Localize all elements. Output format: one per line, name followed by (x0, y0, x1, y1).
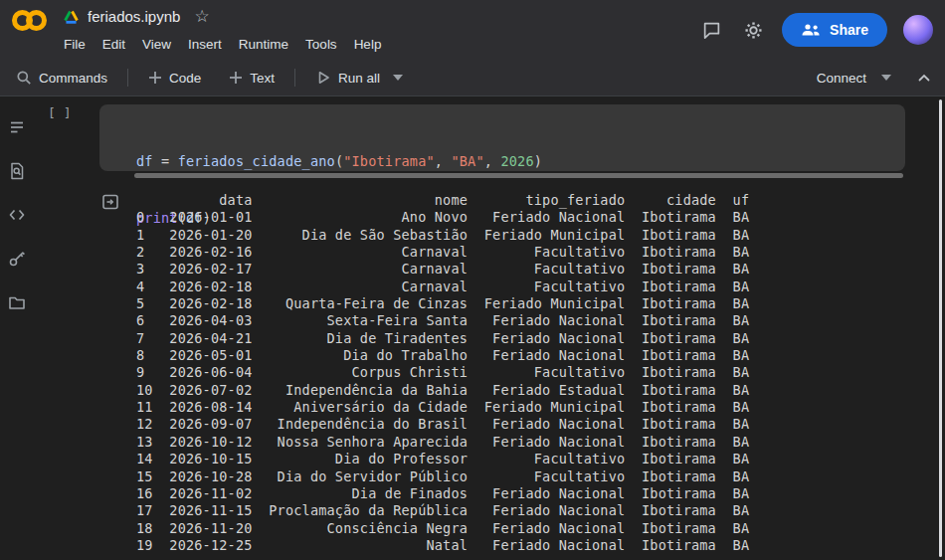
files-folder-icon[interactable] (3, 285, 31, 318)
notebook-filename[interactable]: feriados.ipynb (88, 8, 180, 25)
menu-view[interactable]: View (142, 37, 171, 52)
code-snippets-icon[interactable] (3, 198, 31, 231)
secrets-key-icon[interactable] (3, 242, 31, 275)
settings-gear-icon[interactable] (740, 17, 766, 43)
left-sidebar (0, 96, 34, 560)
app-header: feriados.ipynb ☆ File Edit View Insert R… (0, 0, 945, 60)
find-replace-icon[interactable] (3, 154, 31, 187)
menu-bar: File Edit View Insert Runtime Tools Help (64, 37, 381, 52)
horizontal-scrollbar[interactable] (134, 173, 903, 178)
play-icon (315, 70, 331, 86)
code-line: df = feriados_cidade_ano("Ibotirama", "B… (136, 152, 542, 171)
plus-icon (148, 71, 162, 85)
plus-icon (229, 71, 243, 85)
people-icon (801, 23, 821, 37)
share-label: Share (830, 22, 868, 38)
cell-run-button[interactable]: [ ] (48, 105, 71, 120)
colab-logo-right-ring (26, 10, 47, 31)
notebook-toolbar: Commands Code Text (0, 60, 945, 96)
toolbar-divider (127, 69, 128, 87)
code-cell[interactable]: df = feriados_cidade_ano("Ibotirama", "B… (99, 104, 905, 171)
cell-output-icon[interactable] (100, 192, 120, 212)
toolbar-divider (294, 69, 295, 87)
user-avatar[interactable] (903, 15, 933, 45)
search-icon (16, 70, 32, 86)
header-actions: Share (698, 0, 933, 60)
commands-button[interactable]: Commands (8, 66, 115, 90)
toolbar-right: Connect (809, 65, 937, 91)
menu-file[interactable]: File (64, 37, 86, 52)
output-text: data nome tipo_feriado cidade uf 0 2026-… (136, 192, 749, 554)
star-icon[interactable]: ☆ (194, 8, 209, 25)
toolbar-left: Commands Code Text (8, 66, 411, 90)
connect-button[interactable]: Connect (809, 67, 899, 90)
colab-app: feriados.ipynb ☆ File Edit View Insert R… (0, 0, 945, 560)
menu-edit[interactable]: Edit (102, 37, 125, 52)
commands-label: Commands (39, 71, 107, 86)
share-button[interactable]: Share (782, 13, 887, 47)
collapse-toolbar-button[interactable] (911, 65, 937, 91)
table-of-contents-icon[interactable] (3, 110, 31, 143)
add-code-button[interactable]: Code (140, 67, 209, 90)
drive-icon (64, 10, 79, 24)
vertical-scrollbar[interactable] (939, 99, 942, 557)
menu-help[interactable]: Help (354, 37, 382, 52)
run-all-label: Run all (338, 71, 380, 86)
chevron-down-icon[interactable] (393, 75, 403, 81)
add-text-label: Text (250, 71, 275, 86)
connect-label: Connect (817, 71, 866, 86)
add-text-button[interactable]: Text (221, 67, 283, 90)
chevron-down-icon (881, 75, 891, 81)
add-code-label: Code (169, 71, 201, 86)
menu-runtime[interactable]: Runtime (239, 37, 288, 52)
colab-logo-icon[interactable] (12, 10, 47, 31)
menu-tools[interactable]: Tools (305, 37, 337, 52)
file-title-row: feriados.ipynb ☆ (64, 8, 210, 25)
run-all-button[interactable]: Run all (307, 66, 411, 90)
menu-insert[interactable]: Insert (188, 37, 222, 52)
comments-button[interactable] (698, 17, 724, 43)
